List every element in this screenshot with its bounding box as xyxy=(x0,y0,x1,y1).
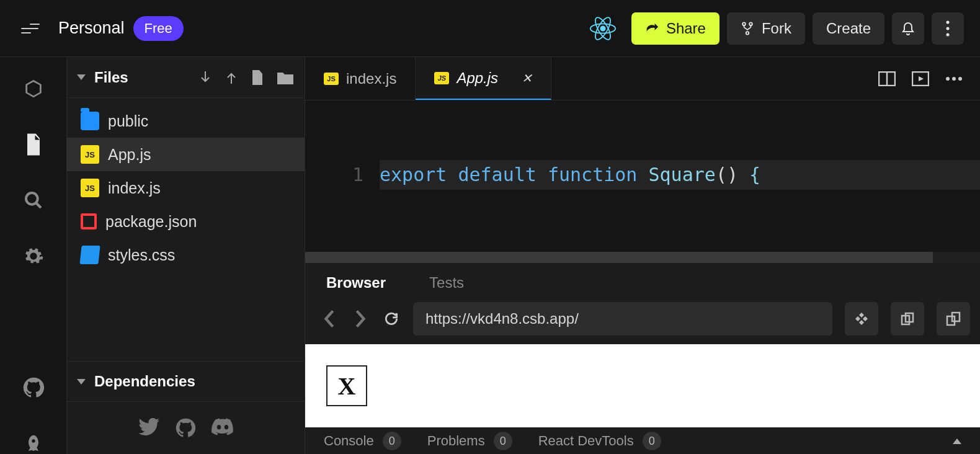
files-panel-header[interactable]: Files xyxy=(67,57,305,98)
js-icon: JS xyxy=(434,72,449,84)
editor-tab-tools xyxy=(878,57,980,100)
svg-point-5 xyxy=(749,22,752,25)
activity-github-icon[interactable] xyxy=(23,377,44,398)
preview-copy-button[interactable] xyxy=(891,302,924,336)
twitter-icon[interactable] xyxy=(138,418,159,438)
file-row-app-js[interactable]: JS App.js xyxy=(67,138,305,171)
svg-point-4 xyxy=(742,22,746,25)
new-folder-button[interactable] xyxy=(277,70,293,85)
nav-forward-button[interactable] xyxy=(351,309,370,328)
svg-point-15 xyxy=(958,77,962,81)
editor-more-button[interactable] xyxy=(945,76,963,81)
main-area: Files public xyxy=(0,57,980,454)
fork-icon xyxy=(741,20,754,37)
reload-button[interactable] xyxy=(382,309,401,328)
preview-tabs: Browser Tests xyxy=(305,263,980,302)
css-icon xyxy=(79,246,100,264)
js-icon: JS xyxy=(324,73,339,85)
status-label: Problems xyxy=(427,433,485,449)
chevron-down-icon xyxy=(77,74,86,80)
new-file-button[interactable] xyxy=(251,70,264,85)
chevron-down-icon xyxy=(77,379,86,385)
dependencies-panel-title: Dependencies xyxy=(94,373,195,390)
folder-icon xyxy=(81,112,99,130)
svg-point-13 xyxy=(946,77,950,81)
upload-button[interactable] xyxy=(225,70,238,85)
share-arrow-icon xyxy=(645,22,659,35)
status-problems[interactable]: Problems 0 xyxy=(427,432,512,450)
status-console[interactable]: Console 0 xyxy=(324,432,401,450)
code-editor[interactable]: 1 2 3 4 export default function Square()… xyxy=(305,100,980,252)
dependencies-panel-header[interactable]: Dependencies xyxy=(67,361,305,402)
activity-search-icon[interactable] xyxy=(23,190,44,211)
bottom-panel-tabs: Console 0 Problems 0 React DevTools 0 xyxy=(305,427,980,454)
status-count: 0 xyxy=(494,432,512,450)
preview-tab-tests[interactable]: Tests xyxy=(429,274,464,292)
preview-toggle-button[interactable] xyxy=(912,71,929,86)
share-button-label: Share xyxy=(666,20,706,37)
activity-explorer-icon[interactable] xyxy=(23,134,44,155)
file-name: public xyxy=(108,112,148,130)
editor-tab-index-js[interactable]: JS index.js xyxy=(305,57,416,100)
chevron-up-icon xyxy=(953,438,961,444)
top-bar: Personal Free Share Fork Create xyxy=(0,0,980,57)
kebab-icon xyxy=(946,20,950,37)
editor-tab-bar: JS index.js JS App.js ✕ xyxy=(305,57,980,100)
tab-label: App.js xyxy=(457,69,498,87)
file-row-index-js[interactable]: JS index.js xyxy=(67,171,305,205)
svg-point-3 xyxy=(600,26,605,30)
editor-and-preview: JS index.js JS App.js ✕ xyxy=(305,57,980,454)
bell-icon xyxy=(901,21,915,36)
nav-back-button[interactable] xyxy=(320,309,339,328)
more-menu-button[interactable] xyxy=(932,12,964,45)
svg-point-7 xyxy=(947,20,950,24)
status-count: 0 xyxy=(643,432,661,450)
menu-button[interactable] xyxy=(21,24,40,33)
close-icon[interactable]: ✕ xyxy=(522,71,532,86)
github-icon[interactable] xyxy=(176,418,195,438)
download-button[interactable] xyxy=(199,70,212,85)
line-gutter: 1 2 3 4 xyxy=(305,100,380,252)
scrollbar-thumb[interactable] xyxy=(305,252,933,263)
preview-expand-button[interactable] xyxy=(845,302,878,336)
preview-square-button[interactable]: X xyxy=(326,365,367,406)
code-content[interactable]: export default function Square() { retur… xyxy=(380,100,980,252)
discord-icon[interactable] xyxy=(212,418,234,438)
preview-toolbar xyxy=(305,302,980,344)
create-button[interactable]: Create xyxy=(813,12,884,45)
editor-tab-app-js[interactable]: JS App.js ✕ xyxy=(416,57,551,100)
expand-panel-button[interactable] xyxy=(953,438,961,444)
files-panel-title: Files xyxy=(94,69,128,86)
fork-button[interactable]: Fork xyxy=(727,12,805,45)
social-links xyxy=(67,402,305,454)
files-panel-tools xyxy=(199,70,293,85)
activity-deploy-icon[interactable] xyxy=(23,433,44,454)
status-react-devtools[interactable]: React DevTools 0 xyxy=(538,432,661,450)
js-icon: JS xyxy=(81,179,99,197)
split-editor-button[interactable] xyxy=(878,71,896,86)
preview-tab-browser[interactable]: Browser xyxy=(326,274,386,292)
share-button[interactable]: Share xyxy=(631,12,719,45)
activity-bar xyxy=(0,57,67,454)
workspace-name[interactable]: Personal xyxy=(58,19,125,38)
notifications-button[interactable] xyxy=(892,12,924,45)
url-input[interactable] xyxy=(413,302,832,336)
activity-settings-icon[interactable] xyxy=(23,246,44,267)
activity-sandbox-icon[interactable] xyxy=(23,78,44,99)
file-name: package.json xyxy=(105,213,197,231)
react-logo-icon xyxy=(589,15,617,42)
horizontal-scrollbar[interactable] xyxy=(305,252,980,263)
file-row-public[interactable]: public xyxy=(67,104,305,138)
plan-badge[interactable]: Free xyxy=(133,16,184,41)
create-button-label: Create xyxy=(826,20,871,37)
preview-open-new-button[interactable] xyxy=(937,302,970,336)
file-row-package-json[interactable]: package.json xyxy=(67,205,305,238)
status-label: Console xyxy=(324,433,374,449)
svg-point-9 xyxy=(947,33,950,36)
js-icon: JS xyxy=(81,145,99,164)
sidebar: Files public xyxy=(67,57,305,454)
tab-label: index.js xyxy=(346,70,396,87)
preview-panel: Browser Tests xyxy=(305,263,980,454)
file-row-styles-css[interactable]: styles.css xyxy=(67,238,305,272)
file-name: App.js xyxy=(108,146,151,164)
